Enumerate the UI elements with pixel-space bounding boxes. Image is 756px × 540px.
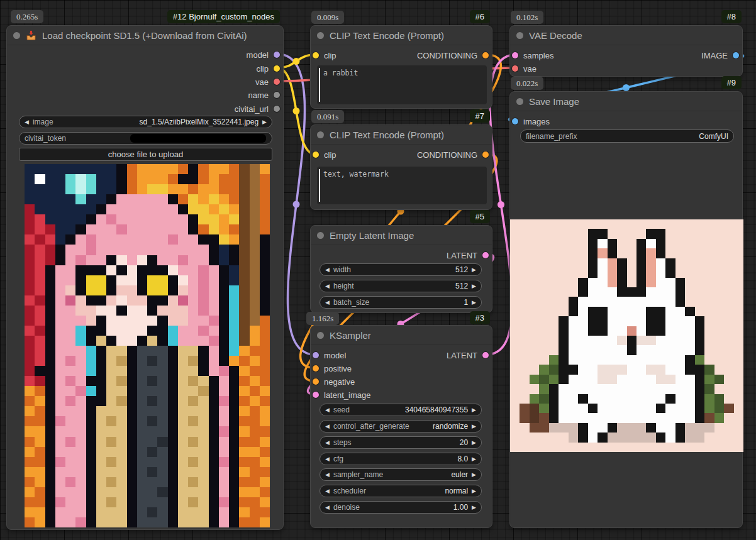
input-slot-clip[interactable]: clip bbox=[313, 49, 336, 62]
collapse-dot[interactable] bbox=[317, 32, 324, 39]
input-slot-latent-image[interactable]: latent_image bbox=[313, 388, 370, 401]
slot-dot-icon[interactable] bbox=[512, 52, 518, 58]
scheduler-widget[interactable]: ◀ scheduler normal ▶ bbox=[320, 485, 482, 497]
slot-dot-icon[interactable] bbox=[482, 152, 489, 158]
wire-midpoint-dot[interactable] bbox=[623, 84, 630, 91]
prompt-textarea[interactable]: a rabbit bbox=[317, 65, 487, 104]
slot-dot-icon[interactable] bbox=[313, 352, 319, 358]
batch-size-widget[interactable]: ◀ batch_size 1 ▶ bbox=[320, 296, 482, 309]
input-slot-model[interactable]: model bbox=[313, 349, 346, 361]
slot-dot-icon[interactable] bbox=[482, 352, 489, 358]
decrement-arrow-icon[interactable]: ◀ bbox=[325, 284, 330, 289]
output-slot-name[interactable]: name bbox=[248, 89, 280, 101]
choose-file-button[interactable]: choose file to upload bbox=[19, 148, 272, 161]
output-slot-model[interactable]: model bbox=[247, 48, 280, 61]
increment-arrow-icon[interactable]: ▶ bbox=[472, 407, 476, 413]
slot-dot-icon[interactable] bbox=[274, 92, 280, 98]
collapse-dot[interactable] bbox=[13, 32, 20, 39]
input-slot-clip[interactable]: clip bbox=[313, 148, 336, 161]
civitai-token-widget[interactable]: civitai_token bbox=[19, 132, 272, 145]
seed-widget[interactable]: ◀ seed 340465840947355 ▶ bbox=[320, 404, 482, 416]
decrement-arrow-icon[interactable]: ◀ bbox=[325, 300, 330, 306]
sampler-name-widget[interactable]: ◀ sampler_name euler ▶ bbox=[320, 468, 482, 481]
width-widget[interactable]: ◀ width 512 ▶ bbox=[320, 263, 482, 276]
slot-dot-icon[interactable] bbox=[274, 79, 280, 85]
increment-arrow-icon[interactable]: ▶ bbox=[472, 300, 476, 306]
collapse-dot[interactable] bbox=[516, 32, 523, 39]
collapse-dot[interactable] bbox=[516, 98, 523, 105]
node-title-bar[interactable]: CLIP Text Encode (Prompt) bbox=[311, 125, 492, 145]
wire-midpoint-dot[interactable] bbox=[293, 107, 300, 114]
increment-arrow-icon[interactable]: ▶ bbox=[472, 267, 476, 273]
increment-arrow-icon[interactable]: ▶ bbox=[472, 440, 476, 446]
node-title-bar[interactable]: Save Image bbox=[510, 92, 742, 111]
decrement-arrow-icon[interactable]: ◀ bbox=[325, 407, 330, 413]
decrement-arrow-icon[interactable]: ◀ bbox=[325, 472, 330, 478]
slot-dot-icon[interactable] bbox=[313, 152, 319, 158]
decrement-arrow-icon[interactable]: ◀ bbox=[325, 488, 330, 494]
increment-arrow-icon[interactable]: ▶ bbox=[472, 456, 476, 462]
cfg-widget[interactable]: ◀ cfg 8.0 ▶ bbox=[320, 453, 482, 465]
node-title-bar[interactable]: CLIP Text Encode (Prompt) bbox=[311, 26, 492, 45]
output-slot-civitai-url[interactable]: civitai_url bbox=[235, 102, 280, 115]
node-load-checkpoint[interactable]: Load checkpoint SD1.5 (+Download from Ci… bbox=[6, 25, 284, 530]
increment-arrow-icon[interactable]: ▶ bbox=[472, 488, 476, 494]
increment-arrow-icon[interactable]: ▶ bbox=[472, 284, 476, 289]
filename-prefix-widget[interactable]: filename_prefix ComfyUI bbox=[520, 129, 734, 143]
decrement-arrow-icon[interactable]: ◀ bbox=[25, 119, 29, 125]
increment-arrow-icon[interactable]: ▶ bbox=[262, 119, 267, 125]
node-clip-text-encode-negative[interactable]: CLIP Text Encode (Prompt) clip CONDITION… bbox=[310, 124, 492, 210]
denoise-widget[interactable]: ◀ denoise 1.00 ▶ bbox=[320, 501, 482, 514]
node-ksampler[interactable]: KSampler model positive negative latent_… bbox=[310, 325, 492, 528]
output-slot-latent[interactable]: LATENT bbox=[447, 349, 489, 361]
input-slot-images[interactable]: images bbox=[512, 115, 550, 128]
decrement-arrow-icon[interactable]: ◀ bbox=[325, 424, 330, 429]
wire-midpoint-dot[interactable] bbox=[498, 201, 504, 208]
wire-midpoint-dot[interactable] bbox=[293, 201, 300, 208]
decrement-arrow-icon[interactable]: ◀ bbox=[325, 505, 330, 510]
output-slot-image[interactable]: IMAGE bbox=[701, 49, 739, 62]
output-slot-vae[interactable]: vae bbox=[255, 75, 280, 88]
slot-dot-icon[interactable] bbox=[313, 365, 319, 372]
output-slot-conditioning[interactable]: CONDITIONING bbox=[417, 49, 489, 62]
node-title-bar[interactable]: VAE Decode bbox=[510, 26, 742, 45]
height-widget[interactable]: ◀ height 512 ▶ bbox=[320, 280, 482, 292]
output-slot-conditioning[interactable]: CONDITIONING bbox=[417, 148, 489, 161]
image-combo-widget[interactable]: ◀ image sd_1.5/AziibPixelMix_3522441.jpe… bbox=[19, 116, 272, 128]
node-clip-text-encode-positive[interactable]: CLIP Text Encode (Prompt) clip CONDITION… bbox=[310, 25, 492, 109]
slot-dot-icon[interactable] bbox=[482, 52, 489, 58]
slot-dot-icon[interactable] bbox=[274, 106, 280, 112]
slot-dot-icon[interactable] bbox=[313, 378, 319, 385]
increment-arrow-icon[interactable]: ▶ bbox=[472, 505, 476, 510]
node-empty-latent-image[interactable]: Empty Latent Image LATENT ◀ width 512 ▶ … bbox=[310, 225, 492, 313]
node-title-bar[interactable]: Load checkpoint SD1.5 (+Download from Ci… bbox=[7, 26, 283, 45]
slot-dot-icon[interactable] bbox=[313, 52, 319, 58]
increment-arrow-icon[interactable]: ▶ bbox=[472, 424, 476, 429]
input-slot-positive[interactable]: positive bbox=[313, 362, 352, 375]
node-title-bar[interactable]: Empty Latent Image bbox=[311, 226, 492, 245]
slot-dot-icon[interactable] bbox=[733, 52, 739, 58]
control-after-generate-widget[interactable]: ◀ control_after_generate randomize ▶ bbox=[320, 420, 482, 433]
decrement-arrow-icon[interactable]: ◀ bbox=[325, 456, 330, 462]
slot-dot-icon[interactable] bbox=[482, 252, 489, 258]
input-slot-vae[interactable]: vae bbox=[512, 62, 536, 75]
collapse-dot[interactable] bbox=[317, 131, 324, 138]
decrement-arrow-icon[interactable]: ◀ bbox=[325, 267, 330, 273]
node-graph-canvas[interactable]: 0.265s #12 Bjornulf_custom_nodes 0.009s … bbox=[0, 0, 756, 540]
output-slot-latent[interactable]: LATENT bbox=[447, 249, 489, 262]
steps-widget[interactable]: ◀ steps 20 ▶ bbox=[320, 436, 482, 449]
prompt-textarea[interactable]: text, watermark bbox=[317, 167, 487, 204]
slot-dot-icon[interactable] bbox=[512, 65, 518, 72]
slot-dot-icon[interactable] bbox=[512, 118, 518, 124]
input-slot-negative[interactable]: negative bbox=[313, 375, 355, 388]
node-vae-decode[interactable]: VAE Decode samples vae IMAGE bbox=[509, 25, 743, 77]
input-slot-samples[interactable]: samples bbox=[512, 49, 553, 62]
node-title-bar[interactable]: KSampler bbox=[311, 326, 492, 345]
decrement-arrow-icon[interactable]: ◀ bbox=[325, 440, 330, 446]
collapse-dot[interactable] bbox=[317, 232, 324, 239]
output-slot-clip[interactable]: clip bbox=[256, 62, 280, 75]
increment-arrow-icon[interactable]: ▶ bbox=[472, 472, 476, 478]
node-save-image[interactable]: Save Image images filename_prefix ComfyU… bbox=[509, 91, 743, 528]
slot-dot-icon[interactable] bbox=[313, 392, 319, 398]
collapse-dot[interactable] bbox=[317, 332, 324, 339]
